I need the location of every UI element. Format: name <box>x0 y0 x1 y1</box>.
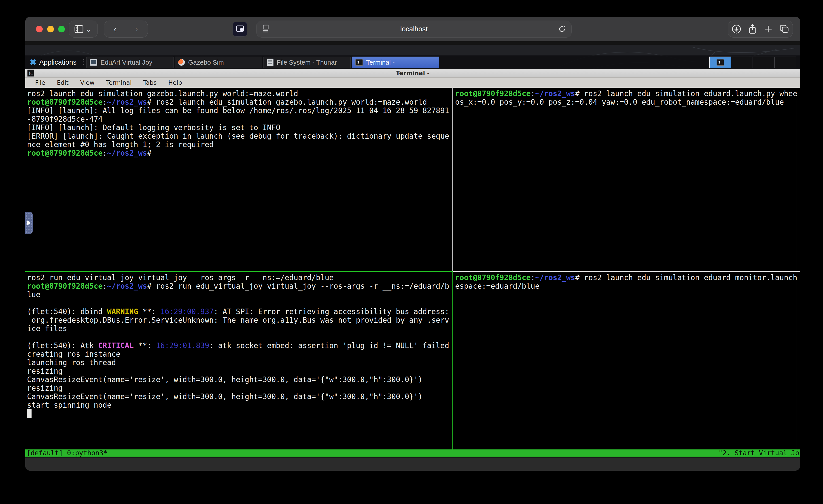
task-label: EduArt Virtual Joy <box>101 59 152 66</box>
nav-divider <box>126 24 126 34</box>
taskbar: ✖ Applications EduArt Virtual Joy Gazebo… <box>25 55 800 69</box>
menu-tabs[interactable]: Tabs <box>138 77 163 88</box>
terminal-line <box>27 333 453 341</box>
menu-terminal[interactable]: Terminal <box>101 77 138 88</box>
tmux-pane-bottom-right[interactable]: root@8790f928d5ce:~/ros2_ws# ros2 launch… <box>453 272 797 450</box>
terminal-line: ice files <box>27 324 453 333</box>
terminal-menubar: File Edit View Terminal Tabs Help <box>25 77 800 88</box>
vnc-control-bar-handle[interactable] <box>25 212 33 234</box>
browser-window: ⌄ ‹ › <box>25 17 800 471</box>
expand-arrow-icon <box>27 220 31 225</box>
terminal-line <box>27 409 453 418</box>
applications-menu-button[interactable]: ✖ Applications <box>25 55 81 69</box>
terminal-line: CanvasResizeEvent(name='resize', width=3… <box>27 375 453 384</box>
terminal-line: root@8790f928d5ce:~/ros2_ws# ros2 launch… <box>455 90 797 98</box>
minimize-window-button[interactable] <box>47 26 54 32</box>
workspace-4[interactable] <box>775 56 796 68</box>
terminal-titlebar[interactable]: $_ Terminal - <box>25 69 800 77</box>
sidebar-icon <box>74 25 84 33</box>
pane-divider-vertical-top[interactable] <box>453 88 453 271</box>
browser-bottom-chrome <box>25 458 800 471</box>
reload-button[interactable] <box>557 25 566 33</box>
page-icon[interactable] <box>262 24 270 34</box>
screenshot-stage: ⌄ ‹ › <box>0 0 823 504</box>
terminal-icon: $_ <box>716 59 724 66</box>
terminal-window-title: Terminal - <box>25 69 800 77</box>
terminal-line: [INFO] [launch]: Default logging verbosi… <box>27 124 453 132</box>
terminal-line: [ERROR] [launch]: Caught exception in la… <box>27 132 453 140</box>
address-bar[interactable]: localhost <box>256 21 571 37</box>
task-button-gazebo-sim[interactable]: Gazebo Sim <box>175 56 262 68</box>
url-text: localhost <box>257 25 571 33</box>
new-tab-button[interactable] <box>764 25 773 33</box>
menu-help[interactable]: Help <box>162 77 188 88</box>
forward-button[interactable]: › <box>136 25 138 33</box>
terminal-line: root@8790f928d5ce:~/ros2_ws# ros2 launch… <box>455 274 797 282</box>
terminal-line: nce element #0 has length 1; 2 is requir… <box>27 140 453 149</box>
workspace-1-active[interactable]: $_ <box>709 56 731 68</box>
terminal-window: $_ Terminal - File Edit View Terminal Ta… <box>25 69 800 458</box>
pane-divider-horizontal-right[interactable] <box>453 271 800 272</box>
terminal-line: launching ros thread <box>27 358 453 367</box>
browser-toolbar: ⌄ ‹ › <box>25 17 800 41</box>
tmux-pane-top-right[interactable]: root@8790f928d5ce:~/ros2_ws# ros2 launch… <box>453 88 797 271</box>
downloads-button[interactable] <box>731 24 742 34</box>
terminal-line: [INFO] [launch]: All log files can be fo… <box>27 107 453 115</box>
task-button-thunar[interactable]: File System - Thunar <box>264 56 351 68</box>
terminal-line: (flet:540): Atk-CRITICAL **: 16:29:01.83… <box>27 341 453 350</box>
terminal-line: resizing <box>27 384 453 392</box>
close-window-button[interactable] <box>36 26 43 32</box>
terminal-line: ros2 launch edu_simulation gazebo.launch… <box>27 90 453 98</box>
task-label: Gazebo Sim <box>188 59 224 66</box>
workspace-3[interactable] <box>753 56 775 68</box>
screen-share-icon <box>236 25 244 33</box>
applications-label: Applications <box>39 58 76 66</box>
eduart-window-icon <box>90 59 97 66</box>
thunar-icon <box>267 58 274 66</box>
terminal-icon: $_ <box>355 59 363 66</box>
task-label: File System - Thunar <box>277 59 337 66</box>
tmux-pane-top-left[interactable]: ros2 launch edu_simulation gazebo.launch… <box>25 88 453 271</box>
terminal-line: lue <box>27 291 453 299</box>
zoom-window-button[interactable] <box>58 26 65 32</box>
app-badge-button[interactable] <box>232 22 248 36</box>
terminal-line: root@8790f928d5ce:~/ros2_ws# ros2 launch… <box>27 98 453 107</box>
terminal-line: org.freedesktop.DBus.Error.ServiceUnknow… <box>27 316 453 324</box>
toolbar-right-group <box>728 21 793 37</box>
workspace-2[interactable] <box>731 56 753 68</box>
menu-view[interactable]: View <box>74 77 100 88</box>
toolbar-divider <box>25 41 800 45</box>
sidebar-toggle-button[interactable]: ⌄ <box>69 21 98 37</box>
terminal-line: root@8790f928d5ce:~/ros2_ws# <box>27 149 453 157</box>
tabs-overview-button[interactable] <box>779 24 789 34</box>
tmux-pane-title: "2. Start Virtual Joy <box>718 450 800 457</box>
terminal-line: start spinning node <box>27 401 453 409</box>
terminal-line: -8790f928d5ce-474 <box>27 115 453 124</box>
terminal-right-edge-border <box>797 88 797 450</box>
gazebo-icon <box>178 59 185 66</box>
terminal-line <box>27 299 453 308</box>
share-button[interactable] <box>748 24 757 34</box>
workspace-pager: $_ <box>709 56 796 68</box>
back-button[interactable]: ‹ <box>114 25 116 33</box>
task-label: Terminal - <box>366 59 394 66</box>
pane-divider-horizontal-left-active[interactable] <box>25 271 453 272</box>
task-button-terminal[interactable]: $_ Terminal - <box>352 56 439 68</box>
remote-desktop-page: ✖ Applications EduArt Virtual Joy Gazebo… <box>25 45 800 471</box>
chevron-down-icon: ⌄ <box>86 25 92 33</box>
terminal-line: root@8790f928d5ce:~/ros2_ws# ros2 run ed… <box>27 282 453 291</box>
panel-separator <box>83 58 85 66</box>
tmux-session-and-window: [default] 0:python3* <box>27 450 107 457</box>
pane-divider-vertical-bottom-active[interactable] <box>453 271 453 450</box>
terminal-line: ros2 run edu_virtual_joy virtual_joy --r… <box>27 274 453 282</box>
terminal-content: ros2 launch edu_simulation gazebo.launch… <box>25 88 800 458</box>
terminal-line: resizing <box>27 367 453 375</box>
menu-file[interactable]: File <box>29 77 51 88</box>
menu-edit[interactable]: Edit <box>51 77 74 88</box>
terminal-line: CanvasResizeEvent(name='resize', width=3… <box>27 392 453 401</box>
nav-button-group: ‹ › <box>104 21 148 37</box>
terminal-line: espace:=eduard/blue <box>455 282 797 291</box>
task-button-eduart-virtual-joy[interactable]: EduArt Virtual Joy <box>86 56 174 68</box>
tmux-pane-bottom-left[interactable]: ros2 run edu_virtual_joy virtual_joy --r… <box>25 272 453 450</box>
terminal-line: creating ros instance <box>27 350 453 358</box>
